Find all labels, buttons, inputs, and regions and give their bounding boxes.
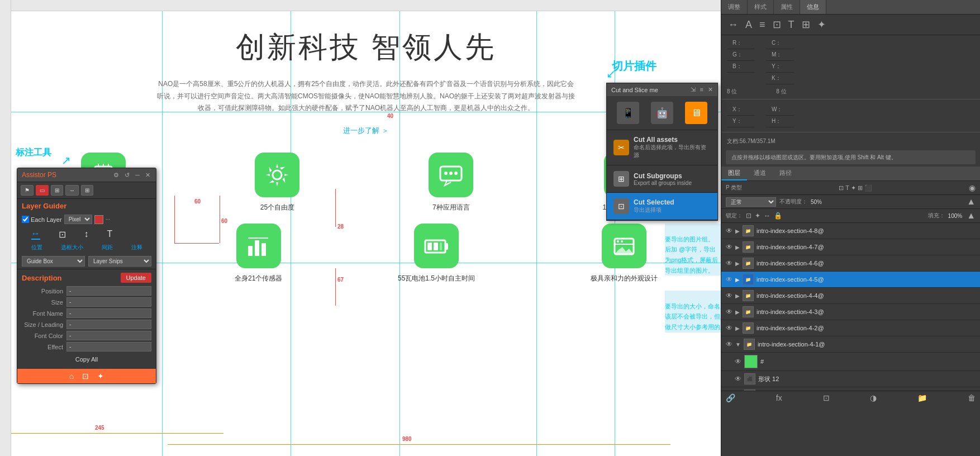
layer-snips-select[interactable]: Layer Snips bbox=[88, 256, 151, 267]
layer-item[interactable]: 👁 ▶ 📁 intro-index-section-4-7@ bbox=[721, 239, 980, 255]
tab-layers[interactable]: 图层 bbox=[721, 167, 747, 180]
layer-mask-icon[interactable]: ⊡ bbox=[823, 393, 830, 402]
form-input-position[interactable] bbox=[66, 286, 151, 296]
tab-adjust[interactable]: 调整 bbox=[721, 0, 748, 14]
tab-channels[interactable]: 通道 bbox=[747, 167, 773, 180]
copy-all-btn[interactable]: Copy All bbox=[22, 353, 151, 365]
cut-close-icon[interactable]: ✕ bbox=[708, 86, 713, 93]
spacing-tool-btn[interactable]: ↕ bbox=[84, 229, 89, 239]
eye-icon[interactable]: 👁 bbox=[726, 324, 732, 332]
layer-item[interactable]: 👁 ▶ 📁 intro-index-section-4-4@ bbox=[721, 288, 980, 304]
tab-paths[interactable]: 路径 bbox=[773, 167, 798, 180]
selectbox-tool-btn[interactable]: ⊡ bbox=[59, 229, 66, 240]
layer-folder-icon[interactable]: 📁 bbox=[917, 393, 927, 402]
layer-arrow[interactable]: ▶ bbox=[735, 228, 740, 234]
filter-icon-3[interactable]: ✦ bbox=[851, 184, 856, 192]
footer-home-icon[interactable]: ⌂ bbox=[69, 372, 74, 381]
form-input-effect[interactable] bbox=[66, 342, 151, 352]
lock-icon-1[interactable]: ⊡ bbox=[746, 212, 751, 220]
form-input-size[interactable] bbox=[66, 297, 151, 307]
lock-icon-2[interactable]: ✦ bbox=[755, 212, 760, 220]
device-android-btn[interactable]: 🤖 bbox=[651, 102, 673, 124]
filter-icon-4[interactable]: ⊞ bbox=[858, 184, 863, 192]
layer-arrow[interactable]: ▶ bbox=[735, 244, 740, 250]
panel-controls[interactable]: ⚙ ↺ ─ ✕ bbox=[112, 172, 151, 179]
lock-icon-4[interactable]: 🔒 bbox=[774, 212, 782, 220]
layer-item[interactable]: 👁 ▶ 📁 intro-index-section-4-8@ bbox=[721, 223, 980, 239]
eye-icon[interactable]: 👁 bbox=[735, 358, 741, 365]
annotate-tool-btn[interactable]: T bbox=[107, 229, 113, 239]
right-tool-7[interactable]: ✦ bbox=[815, 17, 828, 32]
layer-item-shape12[interactable]: 👁 ⬛ 形状 12 bbox=[721, 371, 980, 387]
filter-icon-1[interactable]: ⊡ bbox=[839, 184, 844, 192]
layer-item-selected[interactable]: 👁 ▶ 📁 intro-index-section-4-5@ bbox=[721, 272, 980, 288]
toolbar-flag-btn[interactable]: ⚑ bbox=[21, 185, 34, 196]
toolbar-rect-btn[interactable]: ▭ bbox=[36, 185, 49, 196]
opacity-icon[interactable]: ▲ bbox=[967, 197, 976, 207]
panel-refresh-btn[interactable]: ↺ bbox=[123, 172, 131, 179]
toolbar-arrow-btn[interactable]: ↔ bbox=[65, 185, 79, 196]
tab-info[interactable]: 信息 bbox=[800, 0, 826, 14]
layer-fx-icon[interactable]: fx bbox=[776, 393, 782, 402]
eye-icon[interactable]: 👁 bbox=[726, 259, 732, 267]
panel-close-btn[interactable]: ✕ bbox=[144, 172, 151, 179]
tab-properties[interactable]: 属性 bbox=[774, 0, 800, 14]
color-picker[interactable] bbox=[94, 215, 103, 224]
eye-icon[interactable]: 👁 bbox=[726, 276, 732, 283]
right-tool-2[interactable]: A bbox=[743, 17, 754, 32]
cut-expand-icon[interactable]: ⇲ bbox=[691, 86, 696, 93]
fill-icon[interactable]: ▲ bbox=[967, 211, 976, 221]
eye-icon[interactable]: 👁 bbox=[726, 292, 732, 300]
form-input-sizeleading[interactable] bbox=[66, 320, 151, 329]
pixel-select[interactable]: Pixel bbox=[64, 215, 92, 224]
layer-adjust-icon[interactable]: ◑ bbox=[870, 393, 877, 402]
layer-arrow[interactable]: ▶ bbox=[735, 325, 740, 331]
cut-menu-icon[interactable]: ≡ bbox=[700, 86, 703, 93]
update-btn[interactable]: Update bbox=[121, 273, 151, 283]
more-options-btn[interactable]: ··· bbox=[106, 216, 110, 222]
footer-share-icon[interactable]: ⊡ bbox=[82, 372, 89, 381]
each-layer-checkbox-label[interactable]: Each Layer bbox=[22, 216, 62, 223]
cut-all-btn[interactable]: ✂ Cut All assets 命名后选择此项，导出所有资源 bbox=[607, 130, 717, 165]
layer-arrow[interactable]: ▶ bbox=[735, 277, 740, 283]
cut-subgroups-btn[interactable]: ⊞ Cut Subgroups Export all groups inside bbox=[607, 165, 717, 193]
layer-link-icon[interactable]: 🔗 bbox=[726, 393, 735, 402]
layer-arrow[interactable]: ▶ bbox=[735, 309, 740, 315]
tab-style[interactable]: 样式 bbox=[748, 0, 774, 14]
toolbar-grid-btn[interactable]: ⊞ bbox=[51, 185, 63, 196]
guide-box-select[interactable]: Guide Box bbox=[22, 256, 85, 267]
form-input-fontname[interactable] bbox=[66, 308, 151, 318]
layer-item[interactable]: 👁 ▶ 📁 intro-index-section-4-6@ bbox=[721, 255, 980, 272]
eye-icon[interactable]: 👁 bbox=[726, 340, 732, 348]
right-tool-6[interactable]: ⊞ bbox=[800, 17, 812, 32]
layer-item[interactable]: 👁 ▼ 📁 intro-index-section-4-1@ bbox=[721, 336, 980, 353]
form-input-fontcolor[interactable] bbox=[66, 331, 151, 340]
panel-minimize-btn[interactable]: ─ bbox=[134, 172, 141, 179]
cut-selected-btn[interactable]: ⊡ Cut Selected 导出选择项 bbox=[607, 193, 717, 220]
layer-item[interactable]: 👁 ▶ 📁 intro-index-section-4-3@ bbox=[721, 304, 980, 320]
filter-toggle[interactable]: ◉ bbox=[969, 183, 976, 192]
right-tool-5[interactable]: T bbox=[786, 17, 797, 32]
right-tool-4[interactable]: ⊡ bbox=[770, 17, 783, 32]
layer-item[interactable]: 👁 ▶ 📁 intro-index-section-4-2@ bbox=[721, 320, 980, 336]
position-tool-btn[interactable]: ↔ bbox=[31, 229, 40, 240]
right-tool-3[interactable]: ≡ bbox=[757, 17, 768, 32]
device-phone-btn[interactable]: 📱 bbox=[617, 102, 639, 124]
eye-icon[interactable]: 👁 bbox=[726, 243, 732, 251]
eye-icon[interactable]: 👁 bbox=[726, 308, 732, 316]
toolbar-apps-btn[interactable]: ⊞ bbox=[81, 185, 93, 196]
blend-mode-select[interactable]: 正常 bbox=[726, 197, 776, 207]
each-layer-checkbox[interactable] bbox=[22, 216, 29, 223]
right-tool-1[interactable]: ↔ bbox=[726, 17, 740, 32]
filter-icon-5[interactable]: ⬛ bbox=[864, 184, 872, 192]
device-monitor-btn[interactable]: 🖥 bbox=[685, 102, 707, 124]
panel-settings-btn[interactable]: ⚙ bbox=[112, 172, 120, 179]
eye-icon[interactable]: 👁 bbox=[726, 227, 732, 235]
layer-arrow[interactable]: ▼ bbox=[735, 341, 741, 348]
filter-icon-2[interactable]: T bbox=[845, 184, 849, 192]
layer-item-shape[interactable]: 👁 # bbox=[721, 353, 980, 371]
layer-arrow[interactable]: ▶ bbox=[735, 260, 740, 267]
footer-twitter-icon[interactable]: ✦ bbox=[97, 372, 104, 381]
layer-trash-icon[interactable]: 🗑 bbox=[968, 393, 976, 402]
layer-arrow[interactable]: ▶ bbox=[735, 293, 740, 299]
